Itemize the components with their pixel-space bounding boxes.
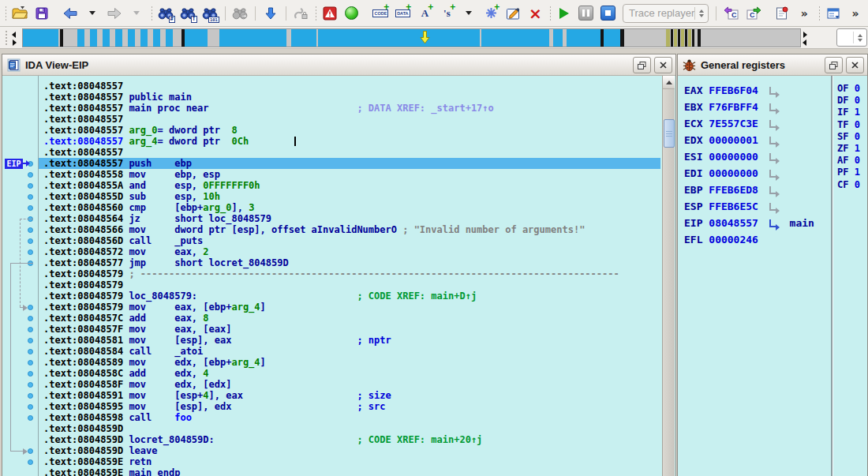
- disasm-line[interactable]: .text:08048557 main proc near ; DATA XRE…: [43, 103, 494, 114]
- flag-row-of[interactable]: OF 0: [837, 83, 860, 94]
- instruction-dot[interactable]: [28, 459, 33, 465]
- disasm-line[interactable]: .text:08048557 public main: [43, 92, 192, 103]
- instruction-dot[interactable]: [28, 305, 33, 310]
- registers-close-button[interactable]: [846, 57, 864, 73]
- ida-view-titlebar[interactable]: IDA View-EIP: [2, 54, 675, 76]
- disasm-line[interactable]: .text:0804855A and esp, 0FFFFFFF0h: [43, 180, 260, 191]
- search-text-button[interactable]: T: [178, 3, 198, 24]
- instruction-dot[interactable]: [28, 404, 33, 410]
- debugger-continue-button[interactable]: [554, 3, 574, 24]
- instruction-dot[interactable]: [28, 238, 33, 244]
- instruction-dot[interactable]: [28, 327, 33, 332]
- search-binary-button[interactable]: 101: [200, 3, 220, 24]
- scrollbar-thumb[interactable]: [664, 119, 675, 148]
- disasm-line[interactable]: .text:08048581 mov [esp], eax ; nptr: [43, 335, 391, 346]
- ida-view-restore-button[interactable]: [633, 57, 651, 73]
- flag-row-sf[interactable]: SF 0: [837, 131, 860, 142]
- instruction-dot[interactable]: [28, 316, 33, 321]
- flag-row-df[interactable]: DF 0: [837, 95, 860, 106]
- navigate-back-button[interactable]: [60, 3, 80, 24]
- instruction-dot[interactable]: [28, 249, 33, 255]
- band-segment-black[interactable]: [60, 29, 63, 47]
- forward-history-dropdown[interactable]: [126, 3, 147, 24]
- band-segment-blue[interactable]: [90, 29, 97, 47]
- registers-restore-button[interactable]: [825, 57, 843, 73]
- disasm-line[interactable]: .text:08048560 cmp [ebp+arg_0], 3: [43, 202, 254, 213]
- band-segment-black[interactable]: [698, 29, 701, 47]
- create-function-button[interactable]: +: [481, 3, 501, 24]
- disasm-line[interactable]: .text:0804857F mov eax, [eax]: [43, 324, 231, 335]
- band-segment-blue[interactable]: [77, 29, 84, 47]
- instruction-dot[interactable]: [28, 338, 33, 343]
- navigate-forward-button[interactable]: [104, 3, 125, 24]
- make-code-button[interactable]: CODE+: [370, 3, 391, 24]
- make-string-button[interactable]: 's+: [436, 3, 457, 24]
- flag-row-cf[interactable]: CF 0: [837, 179, 860, 190]
- disasm-line[interactable]: .text:0804858C add edx, 4: [43, 368, 209, 379]
- string-type-dropdown[interactable]: [458, 3, 479, 24]
- signature-lock-button[interactable]: [290, 3, 311, 24]
- instruction-dot[interactable]: [28, 415, 33, 421]
- disasm-line[interactable]: .text:08048591 mov [esp+4], eax ; size: [43, 390, 391, 401]
- debugger-state-indicator[interactable]: [342, 3, 362, 24]
- disasm-line[interactable]: .text:08048557 arg_4= dword ptr 0Ch: [43, 136, 296, 147]
- disasm-line[interactable]: .text:08048598 call foo: [43, 412, 192, 423]
- disasm-line[interactable]: .text:08048557 push ebp: [43, 158, 192, 169]
- instruction-dot[interactable]: [28, 393, 33, 399]
- window-list-button[interactable]: [823, 3, 844, 24]
- disasm-line[interactable]: .text:0804859D: [43, 423, 129, 434]
- band-segment-blue[interactable]: [128, 29, 135, 47]
- back-history-dropdown[interactable]: [82, 3, 103, 24]
- open-file-button[interactable]: [9, 3, 30, 24]
- disasm-line[interactable]: .text:08048557: [43, 114, 129, 125]
- scrollbar-up-arrow[interactable]: [663, 76, 675, 89]
- toolbar-overflow-button-2[interactable]: »: [845, 3, 866, 24]
- spinner-arrows-icon[interactable]: [853, 32, 866, 43]
- band-segment-olive[interactable]: [688, 29, 691, 47]
- disasm-line[interactable]: .text:08048579 ; -----------------------…: [43, 268, 619, 279]
- band-segment-olive[interactable]: [681, 29, 684, 47]
- band-segment-black[interactable]: [692, 29, 694, 47]
- band-segment-blue[interactable]: [23, 29, 58, 47]
- trace-replayer-select[interactable]: Trace replayer: [623, 4, 709, 23]
- edit-function-button[interactable]: [503, 3, 523, 24]
- band-scroll-right-arrows[interactable]: [803, 30, 809, 45]
- band-segment-black[interactable]: [678, 29, 680, 47]
- disasm-line[interactable]: .text:08048579: [43, 279, 129, 290]
- disasm-line[interactable]: .text:08048595 mov [esp], edx ; src: [43, 401, 386, 412]
- instruction-dot[interactable]: [28, 194, 33, 200]
- band-segment-blue[interactable]: [567, 29, 600, 47]
- make-name-button[interactable]: A+: [414, 3, 435, 24]
- delete-function-button[interactable]: ×: [525, 3, 545, 24]
- band-segment-olive[interactable]: [666, 29, 670, 47]
- disasm-line[interactable]: .text:0804856D call _puts: [43, 235, 203, 246]
- band-segment-black[interactable]: [620, 29, 624, 47]
- band-segment-black[interactable]: [685, 29, 687, 47]
- band-segment-blue[interactable]: [115, 29, 122, 47]
- band-segment-blue[interactable]: [185, 29, 208, 47]
- problems-button[interactable]: [320, 3, 340, 24]
- disasm-line[interactable]: .text:08048566 mov dword ptr [esp], offs…: [43, 224, 585, 235]
- disasm-line[interactable]: .text:08048557: [43, 147, 129, 158]
- disasm-line[interactable]: .text:0804857C add eax, 8: [43, 313, 209, 324]
- band-segment-black[interactable]: [671, 29, 673, 47]
- instruction-dot[interactable]: [28, 448, 33, 454]
- disasm-line[interactable]: .text:08048579 mov eax, [ebp+arg_4]: [43, 302, 266, 313]
- disasm-line[interactable]: .text:08048589 mov edx, [ebp+arg_4]: [43, 357, 266, 368]
- disasm-line[interactable]: .text:08048572 mov eax, 2: [43, 246, 209, 257]
- disasm-line[interactable]: .text:0804855D sub esp, 10h: [43, 191, 220, 202]
- band-segment-blue[interactable]: [604, 29, 620, 47]
- flag-row-zf[interactable]: ZF 1: [837, 143, 860, 154]
- disasm-line[interactable]: .text:08048557 arg_0= dword ptr 8: [43, 125, 238, 136]
- instruction-dot[interactable]: [28, 183, 33, 189]
- band-scroll-left-arrows[interactable]: [12, 30, 18, 45]
- disassembly-content[interactable]: .text:08048557 .text:08048557 public mai…: [3, 76, 675, 476]
- band-drag-handle[interactable]: [4, 29, 9, 47]
- debugger-stop-button[interactable]: [598, 3, 619, 24]
- band-segment-blue[interactable]: [291, 29, 316, 47]
- disasm-line[interactable]: .text:08048564 jz short loc_8048579: [43, 213, 271, 224]
- instruction-dot[interactable]: [28, 349, 33, 354]
- disasm-line[interactable]: .text:08048577 jmp short locret_804859D: [43, 257, 289, 268]
- vertical-scrollbar[interactable]: [662, 76, 675, 476]
- debugger-pause-button[interactable]: [576, 3, 597, 24]
